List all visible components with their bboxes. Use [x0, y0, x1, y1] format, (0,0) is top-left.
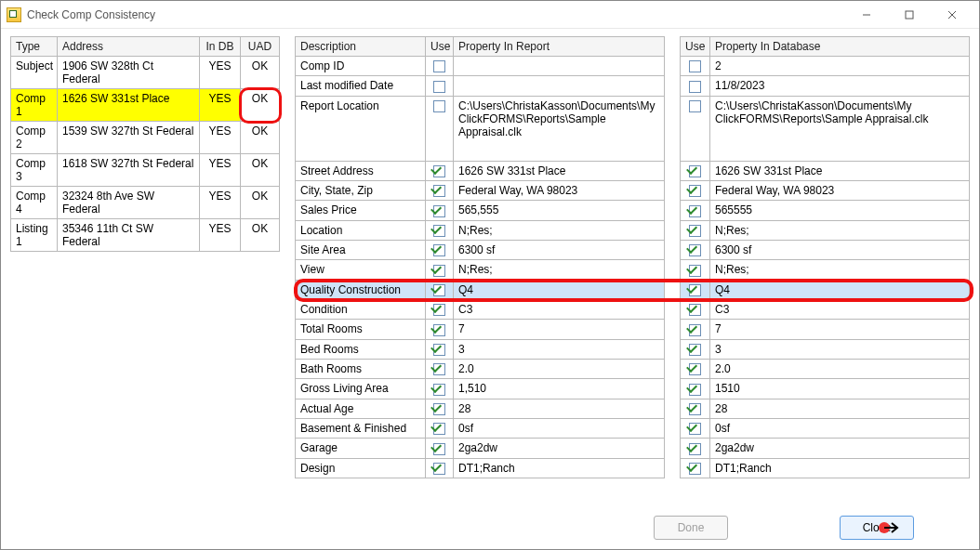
- use-cell[interactable]: [426, 180, 454, 200]
- checkbox[interactable]: [689, 205, 701, 217]
- checkbox[interactable]: [689, 304, 701, 316]
- checkbox[interactable]: [433, 165, 445, 177]
- table-row[interactable]: 1626 SW 331st Place: [681, 161, 970, 180]
- checkbox[interactable]: [433, 244, 445, 256]
- use-cell[interactable]: [681, 320, 710, 339]
- comp-list-table[interactable]: Type Address In DB UAD Subject1906 SW 32…: [10, 36, 280, 252]
- use-cell[interactable]: [681, 339, 710, 359]
- use-cell[interactable]: [681, 240, 710, 259]
- table-row[interactable]: 2.0: [681, 359, 970, 378]
- checkbox[interactable]: [433, 363, 445, 375]
- report-table[interactable]: Description Use Property In Report Comp …: [295, 36, 665, 478]
- close-window-button[interactable]: [931, 1, 973, 29]
- table-row[interactable]: Garage2ga2dw: [296, 439, 665, 458]
- checkbox[interactable]: [689, 244, 701, 256]
- use-cell[interactable]: [681, 96, 710, 161]
- use-cell[interactable]: [681, 458, 710, 478]
- table-row[interactable]: 0sf: [681, 418, 970, 438]
- table-row[interactable]: Actual Age28: [296, 399, 665, 418]
- table-row[interactable]: Basement & Finished0sf: [296, 418, 665, 438]
- table-row[interactable]: Comp 21539 SW 327th St FederalYESOK: [11, 122, 280, 154]
- use-cell[interactable]: [426, 458, 454, 478]
- maximize-button[interactable]: [888, 1, 931, 29]
- use-cell[interactable]: [426, 418, 454, 438]
- col-property-in-database[interactable]: Property In Database: [710, 37, 970, 57]
- table-row[interactable]: C3: [681, 299, 970, 319]
- table-row[interactable]: ConditionC3: [296, 299, 665, 319]
- table-row[interactable]: Subject1906 SW 328th Ct FederalYESOK: [11, 57, 280, 89]
- use-cell[interactable]: [426, 240, 454, 259]
- checkbox[interactable]: [433, 423, 445, 435]
- use-cell[interactable]: [681, 201, 710, 220]
- use-cell[interactable]: [426, 299, 454, 319]
- table-row[interactable]: 11/8/2023: [681, 76, 970, 96]
- use-cell[interactable]: [681, 280, 710, 299]
- table-row[interactable]: Sales Price565,555: [296, 201, 665, 220]
- use-cell[interactable]: [426, 260, 454, 280]
- table-row[interactable]: Last modified Date: [296, 76, 665, 96]
- use-cell[interactable]: [426, 76, 454, 96]
- checkbox[interactable]: [689, 81, 701, 93]
- col-description[interactable]: Description: [296, 37, 426, 57]
- checkbox[interactable]: [433, 344, 445, 356]
- table-row[interactable]: 1510: [681, 379, 970, 399]
- table-row[interactable]: 2ga2dw: [681, 439, 970, 458]
- table-row[interactable]: DesignDT1;Ranch: [296, 458, 665, 478]
- use-cell[interactable]: [426, 96, 454, 161]
- table-row[interactable]: Site Area6300 sf: [296, 240, 665, 259]
- checkbox[interactable]: [433, 100, 445, 112]
- checkbox[interactable]: [433, 324, 445, 336]
- checkbox[interactable]: [433, 384, 445, 396]
- table-row[interactable]: Quality ConstructionQ4: [296, 280, 665, 299]
- col-property-in-report[interactable]: Property In Report: [454, 37, 665, 57]
- done-button[interactable]: Done: [654, 516, 728, 540]
- use-cell[interactable]: [426, 220, 454, 240]
- use-cell[interactable]: [681, 220, 710, 240]
- use-cell[interactable]: [681, 57, 710, 76]
- use-cell[interactable]: [426, 439, 454, 458]
- table-row[interactable]: Street Address1626 SW 331st Place: [296, 161, 665, 180]
- use-cell[interactable]: [681, 260, 710, 280]
- table-row[interactable]: 3: [681, 339, 970, 359]
- table-row[interactable]: 6300 sf: [681, 240, 970, 259]
- table-row[interactable]: N;Res;: [681, 220, 970, 240]
- use-cell[interactable]: [426, 280, 454, 299]
- database-table[interactable]: Use Property In Database 211/8/2023C:\Us…: [680, 36, 970, 478]
- checkbox[interactable]: [689, 100, 701, 112]
- checkbox[interactable]: [433, 185, 445, 197]
- use-cell[interactable]: [681, 359, 710, 378]
- checkbox[interactable]: [433, 225, 445, 237]
- table-row[interactable]: Gross Living Area1,510: [296, 379, 665, 399]
- checkbox[interactable]: [689, 185, 701, 197]
- checkbox[interactable]: [689, 225, 701, 237]
- table-row[interactable]: Listing 135346 11th Ct SW FederalYESOK: [11, 219, 280, 252]
- table-row[interactable]: Comp 31618 SW 327th St FederalYESOK: [11, 154, 280, 187]
- checkbox[interactable]: [689, 384, 701, 396]
- checkbox[interactable]: [433, 265, 445, 277]
- table-row[interactable]: 28: [681, 399, 970, 418]
- col-indb[interactable]: In DB: [200, 37, 241, 57]
- checkbox[interactable]: [689, 463, 701, 475]
- table-row[interactable]: LocationN;Res;: [296, 220, 665, 240]
- use-cell[interactable]: [426, 57, 454, 76]
- col-use-db[interactable]: Use: [681, 37, 710, 57]
- checkbox[interactable]: [433, 284, 445, 296]
- use-cell[interactable]: [426, 359, 454, 378]
- checkbox[interactable]: [433, 463, 445, 475]
- checkbox[interactable]: [689, 324, 701, 336]
- use-cell[interactable]: [681, 379, 710, 399]
- table-row[interactable]: ViewN;Res;: [296, 260, 665, 280]
- use-cell[interactable]: [681, 299, 710, 319]
- table-row[interactable]: Comp 432324 8th Ave SW FederalYESOK: [11, 187, 280, 219]
- use-cell[interactable]: [426, 161, 454, 180]
- table-row[interactable]: Report LocationC:\Users\ChristaKasson\Do…: [296, 96, 665, 161]
- checkbox[interactable]: [689, 60, 701, 72]
- checkbox[interactable]: [433, 443, 445, 455]
- checkbox[interactable]: [433, 205, 445, 217]
- col-type[interactable]: Type: [11, 37, 58, 57]
- use-cell[interactable]: [681, 418, 710, 438]
- close-button[interactable]: Close: [840, 516, 914, 540]
- checkbox[interactable]: [689, 423, 701, 435]
- table-row[interactable]: City, State, ZipFederal Way, WA 98023: [296, 180, 665, 200]
- table-row[interactable]: 7: [681, 320, 970, 339]
